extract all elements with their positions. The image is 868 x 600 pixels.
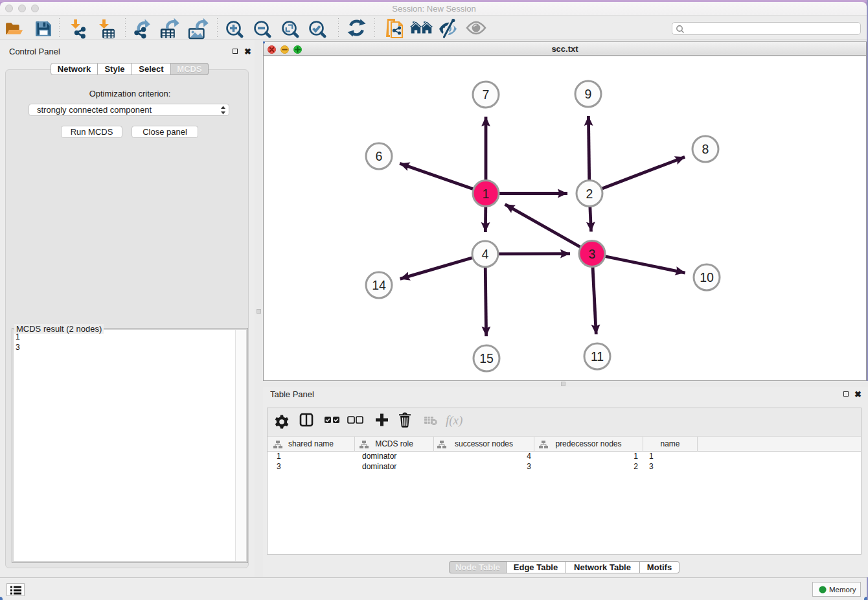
svg-text:9: 9	[585, 87, 592, 101]
svg-text:8: 8	[702, 142, 709, 156]
svg-text:7: 7	[483, 87, 490, 102]
svg-text:4: 4	[482, 247, 489, 261]
svg-text:10: 10	[700, 270, 714, 284]
svg-text:3: 3	[589, 247, 596, 261]
svg-text:15: 15	[479, 351, 494, 365]
svg-text:6: 6	[376, 149, 383, 163]
svg-text:2: 2	[586, 187, 593, 201]
svg-text:14: 14	[372, 278, 386, 292]
svg-text:11: 11	[591, 349, 604, 363]
svg-text:f(x): f(x)	[446, 413, 463, 428]
svg-text:1: 1	[483, 187, 490, 201]
